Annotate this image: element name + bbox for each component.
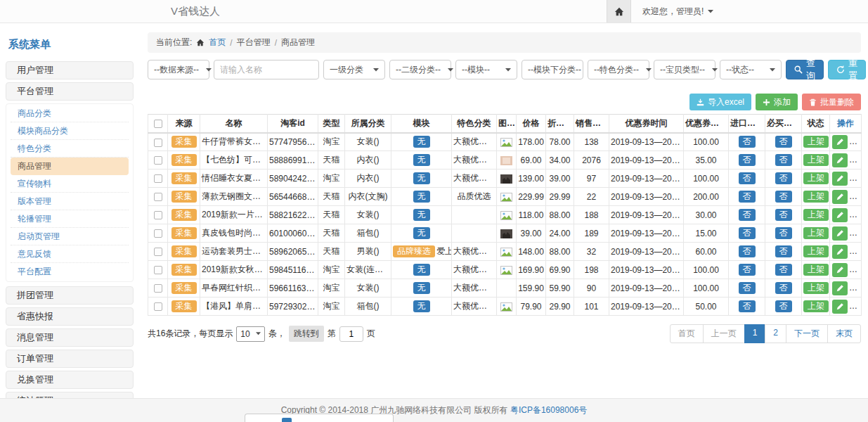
must-buy-toggle-badge[interactable]: 否 <box>775 209 792 221</box>
coupon-amount-cell: 50.00 <box>684 298 729 316</box>
must-buy-toggle-badge[interactable]: 否 <box>775 191 792 203</box>
imported-toggle-badge[interactable]: 否 <box>739 191 756 203</box>
page-button-1[interactable]: 1 <box>744 324 766 343</box>
reset-button[interactable]: 重置 <box>828 60 866 79</box>
edit-button[interactable] <box>832 153 848 167</box>
imported-toggle-badge[interactable]: 否 <box>739 227 756 239</box>
must-buy-toggle-badge[interactable]: 否 <box>775 172 792 184</box>
query-button[interactable]: 查询 <box>786 60 824 79</box>
sidebar-subitem-轮播管理[interactable]: 轮播管理 <box>11 210 129 228</box>
sidebar-item-拼团管理[interactable]: 拼团管理 <box>6 286 134 305</box>
page-button-首页[interactable]: 首页 <box>670 324 704 343</box>
row-checkbox[interactable] <box>154 211 162 219</box>
row-checkbox[interactable] <box>154 174 162 183</box>
edit-button[interactable] <box>832 190 848 204</box>
sidebar-menu: 用户管理平台管理商品分类模块商品分类特色分类商品管理宣传物料版本管理轮播管理启动… <box>6 61 134 398</box>
status-badge[interactable]: 上架 <box>803 154 829 166</box>
sidebar-item-用户管理[interactable]: 用户管理 <box>6 61 134 79</box>
batch-delete-button[interactable]: 批量删除 <box>802 94 861 110</box>
sidebar-subitem-平台配置[interactable]: 平台配置 <box>11 263 129 281</box>
status-badge[interactable]: 上架 <box>803 282 829 294</box>
sidebar-item-消息管理[interactable]: 消息管理 <box>6 328 134 347</box>
must-buy-toggle-badge[interactable]: 否 <box>775 136 792 148</box>
select-all-checkbox[interactable] <box>154 120 162 128</box>
must-buy-toggle-badge[interactable]: 否 <box>775 227 792 239</box>
must-buy-toggle-badge[interactable]: 否 <box>775 154 792 166</box>
status-badge[interactable]: 上架 <box>803 136 829 148</box>
row-checkbox[interactable] <box>154 248 162 256</box>
row-checkbox[interactable] <box>154 266 162 274</box>
status-badge[interactable]: 上架 <box>803 191 829 203</box>
must-buy-toggle-badge[interactable]: 否 <box>775 300 792 312</box>
edit-button[interactable] <box>832 245 848 259</box>
status-badge[interactable]: 上架 <box>803 209 829 221</box>
sidebar-subitem-商品管理[interactable]: 商品管理 <box>11 158 129 175</box>
row-checkbox[interactable] <box>154 139 162 147</box>
page-button-2[interactable]: 2 <box>765 324 786 343</box>
module-sub-category-select[interactable]: --模块下分类-- <box>522 60 583 79</box>
level1-category-select[interactable]: 一级分类 <box>323 60 385 79</box>
row-checkbox[interactable] <box>154 193 162 201</box>
data-source-select[interactable]: --数据来源-- <box>148 60 209 79</box>
sidebar-subitem-宣传物料[interactable]: 宣传物料 <box>11 175 129 193</box>
row-checkbox[interactable] <box>154 284 162 293</box>
must-buy-toggle-badge[interactable]: 否 <box>775 245 792 257</box>
status-badge[interactable]: 上架 <box>803 264 829 276</box>
edit-button[interactable] <box>832 263 848 277</box>
sidebar-item-兑换管理[interactable]: 兑换管理 <box>6 371 134 389</box>
status-badge[interactable]: 上架 <box>803 245 829 257</box>
page-button-下一页[interactable]: 下一页 <box>786 324 828 343</box>
imported-toggle-badge[interactable]: 否 <box>739 282 756 294</box>
breadcrumb-home-link[interactable]: 首页 <box>209 37 226 49</box>
must-buy-toggle-badge[interactable]: 否 <box>775 282 792 294</box>
row-checkbox[interactable] <box>154 156 162 165</box>
edit-button[interactable] <box>832 172 848 186</box>
row-checkbox[interactable] <box>154 302 162 311</box>
price-cell: 159.90 <box>517 279 546 298</box>
module-select[interactable]: --模块-- <box>455 60 517 79</box>
imported-toggle-badge[interactable]: 否 <box>739 172 756 184</box>
name-input[interactable] <box>214 60 319 79</box>
item-type-select[interactable]: --宝贝类型-- <box>654 60 715 79</box>
row-checkbox[interactable] <box>154 229 162 238</box>
feature-category-select[interactable]: --特色分类-- <box>588 60 649 79</box>
imported-toggle-badge[interactable]: 否 <box>739 264 756 276</box>
per-page-select[interactable]: 10 <box>236 326 264 342</box>
status-badge[interactable]: 上架 <box>803 227 829 239</box>
must-buy-toggle-badge[interactable]: 否 <box>775 264 792 276</box>
add-button[interactable]: 添加 <box>756 94 798 110</box>
sidebar-subitem-商品分类[interactable]: 商品分类 <box>11 105 129 122</box>
icp-link[interactable]: 粤ICP备16098006号 <box>510 405 587 415</box>
imported-toggle-badge[interactable]: 否 <box>739 245 756 257</box>
sidebar-item-订单管理[interactable]: 订单管理 <box>6 350 134 368</box>
import-excel-button[interactable]: 导入excel <box>689 94 751 110</box>
jump-button[interactable]: 跳转到 <box>289 326 324 342</box>
sidebar-subitem-版本管理[interactable]: 版本管理 <box>11 193 129 210</box>
sidebar-item-clipped[interactable]: 统计管理 <box>6 392 134 398</box>
page-button-末页[interactable]: 末页 <box>827 324 861 343</box>
imported-toggle-badge[interactable]: 否 <box>739 154 756 166</box>
edit-button[interactable] <box>832 135 848 149</box>
name-cell: 运动套装男士卫衣初秋... <box>200 243 268 261</box>
sidebar-subitem-意见反馈[interactable]: 意见反馈 <box>11 245 129 263</box>
sidebar-subitem-特色分类[interactable]: 特色分类 <box>11 140 129 158</box>
sidebar-item-省惠快报[interactable]: 省惠快报 <box>6 307 134 326</box>
status-select[interactable]: --状态-- <box>720 60 782 79</box>
user-menu[interactable]: 欢迎您，管理员! <box>642 6 713 18</box>
imported-toggle-badge[interactable]: 否 <box>739 136 756 148</box>
level2-category-select[interactable]: --二级分类-- <box>389 60 451 79</box>
edit-button[interactable] <box>832 226 848 241</box>
edit-button[interactable] <box>832 281 848 295</box>
sidebar-item-平台管理[interactable]: 平台管理 <box>6 82 134 101</box>
jump-page-input[interactable] <box>339 326 363 342</box>
home-button[interactable] <box>607 0 631 23</box>
sidebar-subitem-模块商品分类[interactable]: 模块商品分类 <box>11 122 129 140</box>
edit-button[interactable] <box>832 208 848 222</box>
edit-button[interactable] <box>832 300 848 314</box>
imported-toggle-badge[interactable]: 否 <box>739 209 756 221</box>
imported-toggle-badge[interactable]: 否 <box>739 300 756 312</box>
sidebar-subitem-启动页管理[interactable]: 启动页管理 <box>11 228 129 245</box>
page-button-上一页[interactable]: 上一页 <box>703 324 745 343</box>
status-badge[interactable]: 上架 <box>803 172 829 184</box>
status-badge[interactable]: 上架 <box>803 300 829 312</box>
